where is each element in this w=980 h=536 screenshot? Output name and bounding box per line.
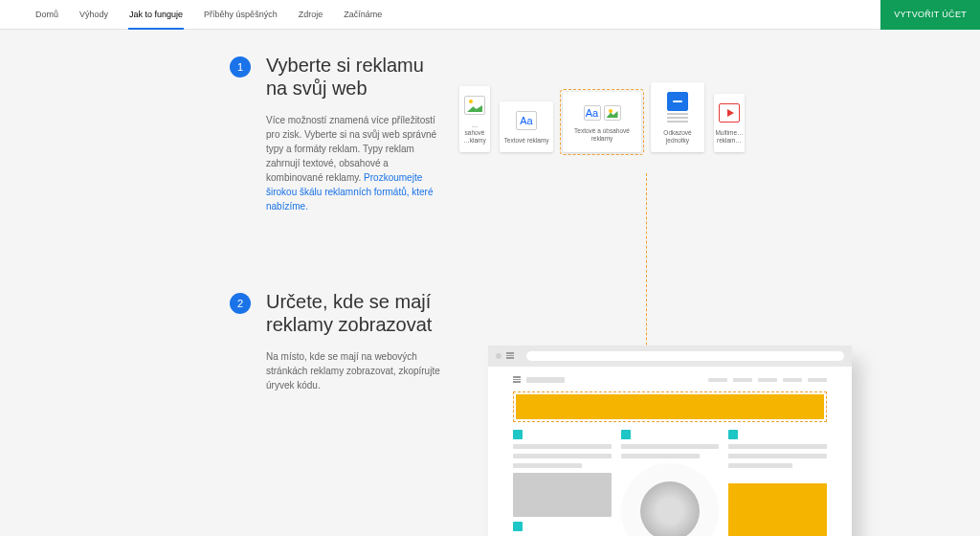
ad-card-multimedia-partial[interactable]: Multime… reklam… <box>714 94 745 152</box>
ad-card-link-units[interactable]: Odkazové jednotky <box>651 82 704 152</box>
ad-format-cards: …sahové …klamy Aa Textové reklamy Aa Tex… <box>479 82 980 152</box>
window-dot <box>496 353 501 359</box>
nav-home[interactable]: Domů <box>25 0 69 29</box>
step-2: 2 Určete, kde se mají reklamy zobrazovat… <box>230 290 479 392</box>
step-1-title: Vyberte si reklamu na svůj web <box>266 54 448 100</box>
text-aa-icon: Aa <box>584 105 601 121</box>
browser-body <box>488 367 852 536</box>
menu-icon <box>506 352 514 360</box>
step-1-desc: Více možností znamená více příležitostí … <box>266 113 448 213</box>
ad-card-label: Odkazové jednotky <box>655 129 701 145</box>
url-bar <box>526 351 844 361</box>
hamburger-icon <box>513 376 521 384</box>
thumbnail <box>513 473 612 517</box>
top-nav: Domů Výhody Jak to funguje Příběhy úspěš… <box>0 0 980 30</box>
steps-column: 1 Vyberte si reklamu na svůj web Více mo… <box>0 30 479 536</box>
ad-card-display-partial[interactable]: …sahové …klamy <box>459 86 490 152</box>
ad-card-label: Textové reklamy <box>504 137 549 145</box>
tag-icon <box>513 522 523 531</box>
ad-card-label: Textové a obsahové reklamy <box>568 127 635 143</box>
ad-slot-square <box>728 483 827 536</box>
browser-mock <box>488 346 852 536</box>
link-icon <box>667 92 688 111</box>
step-1: 1 Vyberte si reklamu na svůj web Více mo… <box>230 54 479 213</box>
nav-items: Domů Výhody Jak to funguje Příběhy úspěš… <box>0 0 392 29</box>
image-icon <box>464 96 485 115</box>
nav-success-stories[interactable]: Příběhy úspěšných <box>193 0 288 29</box>
nav-how-it-works[interactable]: Jak to funguje <box>119 0 193 29</box>
image-icon <box>604 105 621 121</box>
text-aa-icon: Aa <box>516 111 537 130</box>
hero-image <box>621 463 720 536</box>
browser-chrome <box>488 346 852 367</box>
content-grid <box>513 430 827 536</box>
ad-card-text[interactable]: Aa Textové reklamy <box>500 101 553 152</box>
ad-card-text-display[interactable]: Aa Textové a obsahové reklamy <box>563 92 641 152</box>
step-2-title: Určete, kde se mají reklamy zobrazovat <box>266 290 448 336</box>
illustration-column: …sahové …klamy Aa Textové reklamy Aa Tex… <box>479 30 980 536</box>
page-content: 1 Vyberte si reklamu na svůj web Více mo… <box>0 0 980 536</box>
skeleton-line <box>526 377 565 383</box>
tag-icon <box>513 430 523 439</box>
ad-slot-banner <box>513 391 827 422</box>
nav-resources[interactable]: Zdroje <box>288 0 334 29</box>
nav-benefits[interactable]: Výhody <box>69 0 119 29</box>
combo-icon: Aa <box>584 105 621 121</box>
tag-icon <box>621 430 631 439</box>
tag-icon <box>728 430 738 439</box>
step-bullet-1: 1 <box>230 56 251 78</box>
ad-card-label: …sahové …klamy <box>463 122 486 145</box>
selection-outline <box>560 89 644 155</box>
play-icon <box>719 103 740 123</box>
ad-card-label: Multime… reklam… <box>715 129 743 145</box>
nav-get-started[interactable]: Začínáme <box>333 0 392 29</box>
step-bullet-2: 2 <box>230 293 251 314</box>
step-2-desc: Na místo, kde se mají na webových stránk… <box>266 349 448 392</box>
create-account-button[interactable]: VYTVOŘIT ÚČET <box>880 0 980 30</box>
